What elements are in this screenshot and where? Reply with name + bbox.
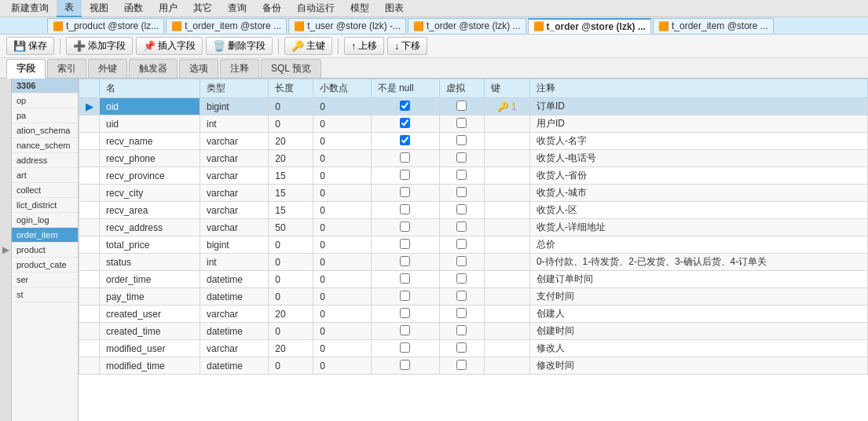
subtab-options[interactable]: 选项 xyxy=(179,59,218,78)
field-name[interactable]: created_user xyxy=(100,306,200,323)
field-type[interactable]: int xyxy=(200,254,269,271)
field-virtual[interactable] xyxy=(439,357,484,375)
field-not-null[interactable] xyxy=(371,202,439,219)
field-not-null[interactable] xyxy=(371,98,439,115)
menu-view[interactable]: 视图 xyxy=(82,0,116,16)
field-decimal[interactable]: 0 xyxy=(313,219,371,236)
scroll-indicator[interactable]: ▶ xyxy=(0,79,12,421)
subtab-index[interactable]: 索引 xyxy=(47,59,86,78)
col-decimal[interactable]: 小数点 xyxy=(313,79,371,98)
move-down-button[interactable]: ↓ 下移 xyxy=(387,37,427,55)
field-virtual[interactable] xyxy=(439,271,484,288)
field-not-null[interactable] xyxy=(371,254,439,271)
field-length[interactable]: 0 xyxy=(269,288,313,306)
field-decimal[interactable]: 0 xyxy=(313,288,371,306)
table-row[interactable]: ▶oidbigint00🔑 1订单ID xyxy=(79,98,868,115)
col-not-null[interactable]: 不是 null xyxy=(371,79,439,98)
table-row[interactable]: recv_cityvarchar150收货人-城市 xyxy=(79,185,868,202)
field-not-null[interactable] xyxy=(371,133,439,150)
subtab-sql-preview[interactable]: SQL 预览 xyxy=(261,59,321,78)
field-not-null[interactable] xyxy=(371,167,439,185)
field-type[interactable]: datetime xyxy=(200,357,269,375)
field-decimal[interactable]: 0 xyxy=(313,185,371,202)
sidebar-item-order-item[interactable]: order_item xyxy=(12,228,78,243)
field-name[interactable]: order_time xyxy=(100,271,200,288)
col-key[interactable]: 键 xyxy=(484,79,529,98)
field-length[interactable]: 0 xyxy=(269,271,313,288)
table-row[interactable]: recv_phonevarchar200收货人-电话号 xyxy=(79,150,868,167)
field-length[interactable]: 0 xyxy=(269,323,313,340)
sidebar-item-art[interactable]: art xyxy=(12,168,78,183)
field-length[interactable]: 0 xyxy=(269,254,313,271)
field-name[interactable]: uid xyxy=(100,115,200,133)
field-type[interactable]: int xyxy=(200,115,269,133)
menu-backup[interactable]: 备份 xyxy=(255,0,289,16)
table-row[interactable]: total_pricebigint00总价 xyxy=(79,236,868,254)
field-type[interactable]: datetime xyxy=(200,288,269,306)
field-not-null[interactable] xyxy=(371,357,439,375)
tab-t-order-1[interactable]: 🟧 t_order @store (lzk) ... xyxy=(408,18,526,33)
subtab-foreign-key[interactable]: 外键 xyxy=(88,59,127,78)
table-row[interactable]: order_timedatetime00创建订单时间 xyxy=(79,271,868,288)
field-type[interactable]: varchar xyxy=(200,306,269,323)
field-not-null[interactable] xyxy=(371,340,439,357)
field-length[interactable]: 0 xyxy=(269,115,313,133)
tab-t-order-item-2[interactable]: 🟧 t_order_item @store ... xyxy=(653,18,774,33)
field-length[interactable]: 20 xyxy=(269,340,313,357)
field-not-null[interactable] xyxy=(371,219,439,236)
sidebar-item-op[interactable]: op xyxy=(12,93,78,108)
table-row[interactable]: uidint00用户ID xyxy=(79,115,868,133)
menu-model[interactable]: 模型 xyxy=(342,0,377,16)
sidebar-item-ation-schema[interactable]: ation_schema xyxy=(12,123,78,138)
table-row[interactable]: created_timedatetime00创建时间 xyxy=(79,323,868,340)
subtab-fields[interactable]: 字段 xyxy=(6,59,46,79)
field-length[interactable]: 0 xyxy=(269,98,313,115)
tab-t-user[interactable]: 🟧 t_user @store (lzk) -... xyxy=(288,18,406,33)
field-name[interactable]: total_price xyxy=(100,236,200,254)
field-type[interactable]: varchar xyxy=(200,219,269,236)
menu-other[interactable]: 其它 xyxy=(185,0,220,16)
field-not-null[interactable] xyxy=(371,271,439,288)
field-type[interactable]: datetime xyxy=(200,323,269,340)
menu-chart[interactable]: 图表 xyxy=(377,0,412,16)
sidebar-item-ser[interactable]: ser xyxy=(12,273,78,287)
field-decimal[interactable]: 0 xyxy=(313,254,371,271)
field-virtual[interactable] xyxy=(439,219,484,236)
sidebar-item-product[interactable]: product xyxy=(12,243,78,258)
menu-table[interactable]: 表 xyxy=(57,0,82,17)
move-up-button[interactable]: ↑ 上移 xyxy=(344,37,384,55)
menu-function[interactable]: 函数 xyxy=(116,0,151,16)
field-length[interactable]: 0 xyxy=(269,357,313,375)
field-length[interactable]: 20 xyxy=(269,133,313,150)
field-decimal[interactable]: 0 xyxy=(313,340,371,357)
field-not-null[interactable] xyxy=(371,323,439,340)
table-row[interactable]: recv_areavarchar150收货人-区 xyxy=(79,202,868,219)
field-decimal[interactable]: 0 xyxy=(313,323,371,340)
field-decimal[interactable]: 0 xyxy=(313,115,371,133)
tab-t-product[interactable]: 🟧 t_product @store (lz... xyxy=(47,18,164,33)
field-name[interactable]: pay_time xyxy=(100,288,200,306)
field-decimal[interactable]: 0 xyxy=(313,271,371,288)
field-type[interactable]: varchar xyxy=(200,133,269,150)
field-not-null[interactable] xyxy=(371,115,439,133)
field-type[interactable]: varchar xyxy=(200,185,269,202)
field-virtual[interactable] xyxy=(439,340,484,357)
subtab-comment[interactable]: 注释 xyxy=(220,59,259,78)
field-decimal[interactable]: 0 xyxy=(313,357,371,375)
field-name[interactable]: status xyxy=(100,254,200,271)
field-not-null[interactable] xyxy=(371,306,439,323)
field-decimal[interactable]: 0 xyxy=(313,98,371,115)
field-length[interactable]: 20 xyxy=(269,306,313,323)
field-decimal[interactable]: 0 xyxy=(313,167,371,185)
field-length[interactable]: 15 xyxy=(269,202,313,219)
sidebar-item-pa[interactable]: pa xyxy=(12,108,78,123)
field-virtual[interactable] xyxy=(439,185,484,202)
field-not-null[interactable] xyxy=(371,185,439,202)
table-row[interactable]: statusint000-待付款、1-待发货、2-已发货、3-确认后货、4-订单… xyxy=(79,254,868,271)
col-comment[interactable]: 注释 xyxy=(529,79,867,98)
table-row[interactable]: created_uservarchar200创建人 xyxy=(79,306,868,323)
field-decimal[interactable]: 0 xyxy=(313,133,371,150)
field-not-null[interactable] xyxy=(371,288,439,306)
field-length[interactable]: 15 xyxy=(269,167,313,185)
field-type[interactable]: varchar xyxy=(200,202,269,219)
